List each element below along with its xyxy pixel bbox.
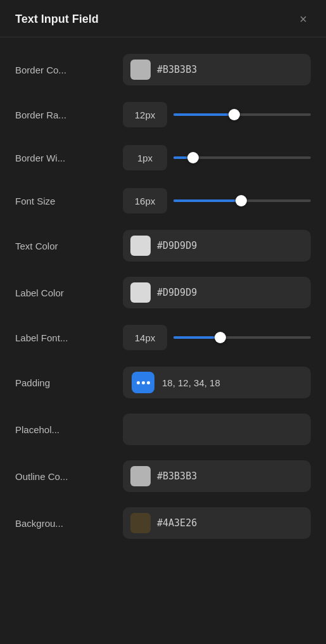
border-width-slider[interactable]	[173, 156, 311, 159]
border-color-swatch[interactable]	[130, 60, 151, 80]
border-radius-thumb[interactable]	[229, 109, 240, 120]
outline-color-control: #B3B3B3	[123, 460, 311, 492]
label-font-slider[interactable]	[173, 336, 311, 339]
border-color-field[interactable]: #B3B3B3	[123, 54, 311, 85]
label-color-field[interactable]: #D9D9D9	[123, 277, 311, 308]
text-color-hex: #D9D9D9	[157, 240, 197, 251]
border-radius-fill	[173, 113, 229, 116]
label-color-hex: #D9D9D9	[157, 287, 197, 298]
properties-list: Border Co... #B3B3B3 Border Ra... 12px B…	[0, 42, 326, 550]
placeholder-label: Placehol...	[15, 424, 123, 435]
border-width-fill	[173, 156, 187, 159]
padding-dots-button[interactable]	[132, 372, 154, 393]
label-font-thumb[interactable]	[215, 332, 226, 343]
padding-control: 18, 12, 34, 18	[123, 367, 311, 398]
padding-label: Padding	[15, 377, 123, 388]
divider	[0, 37, 326, 37]
outline-color-hex: #B3B3B3	[157, 470, 197, 482]
font-size-label: Font Size	[15, 196, 123, 206]
font-size-fill	[173, 199, 235, 202]
panel-title: Text Input Field	[15, 13, 99, 26]
label-font-row: Label Font... 14px	[13, 317, 313, 358]
background-color-field[interactable]: #4A3E26	[123, 507, 311, 539]
placeholder-field[interactable]	[123, 414, 311, 445]
border-width-control: 1px	[123, 145, 311, 170]
placeholder-row: Placehol...	[13, 407, 313, 451]
outline-color-swatch[interactable]	[130, 466, 151, 486]
text-color-field[interactable]: #D9D9D9	[123, 230, 311, 262]
border-radius-control: 12px	[123, 102, 311, 127]
padding-values: 18, 12, 34, 18	[162, 377, 220, 388]
background-control: #4A3E26	[123, 507, 311, 539]
label-color-swatch[interactable]	[130, 282, 151, 303]
dot-2	[142, 381, 145, 384]
border-width-label: Border Wi...	[15, 153, 123, 163]
outline-color-row: Outline Co... #B3B3B3	[13, 454, 313, 498]
padding-row: Padding 18, 12, 34, 18	[13, 360, 313, 405]
text-color-label: Text Color	[15, 241, 123, 251]
padding-field[interactable]: 18, 12, 34, 18	[123, 367, 311, 398]
label-color-control: #D9D9D9	[123, 277, 311, 308]
font-size-value[interactable]: 16px	[123, 188, 167, 213]
background-label: Backgrou...	[15, 518, 123, 529]
dot-1	[137, 381, 140, 384]
text-input-field-panel: Text Input Field × Border Co... #B3B3B3 …	[0, 0, 326, 644]
label-font-value[interactable]: 14px	[123, 325, 167, 350]
border-width-value[interactable]: 1px	[123, 145, 167, 170]
font-size-control: 16px	[123, 188, 311, 213]
label-font-fill	[173, 336, 215, 339]
border-radius-value[interactable]: 12px	[123, 102, 167, 127]
dot-3	[147, 381, 150, 384]
text-color-control: #D9D9D9	[123, 230, 311, 262]
outline-color-label: Outline Co...	[15, 471, 123, 482]
border-width-thumb[interactable]	[187, 152, 199, 163]
border-radius-slider[interactable]	[173, 113, 311, 116]
text-color-row: Text Color #D9D9D9	[13, 224, 313, 268]
border-color-hex: #B3B3B3	[157, 64, 197, 75]
placeholder-control	[123, 414, 311, 445]
border-radius-row: Border Ra... 12px	[13, 94, 313, 135]
panel-header: Text Input Field ×	[0, 0, 326, 37]
background-color-hex: #4A3E26	[157, 517, 197, 529]
border-color-row: Border Co... #B3B3B3	[13, 47, 313, 92]
label-font-control: 14px	[123, 325, 311, 350]
font-size-slider[interactable]	[173, 199, 311, 202]
border-color-label: Border Co...	[15, 65, 123, 75]
border-color-control: #B3B3B3	[123, 54, 311, 85]
font-size-thumb[interactable]	[235, 195, 247, 206]
border-width-row: Border Wi... 1px	[13, 137, 313, 178]
font-size-row: Font Size 16px	[13, 180, 313, 221]
border-radius-label: Border Ra...	[15, 110, 123, 120]
close-button[interactable]: ×	[296, 11, 311, 27]
background-color-swatch[interactable]	[130, 513, 151, 533]
text-color-swatch[interactable]	[130, 236, 151, 256]
label-color-label: Label Color	[15, 287, 123, 298]
outline-color-field[interactable]: #B3B3B3	[123, 460, 311, 492]
label-font-label: Label Font...	[15, 332, 123, 343]
background-row: Backgrou... #4A3E26	[13, 501, 313, 545]
label-color-row: Label Color #D9D9D9	[13, 270, 313, 315]
